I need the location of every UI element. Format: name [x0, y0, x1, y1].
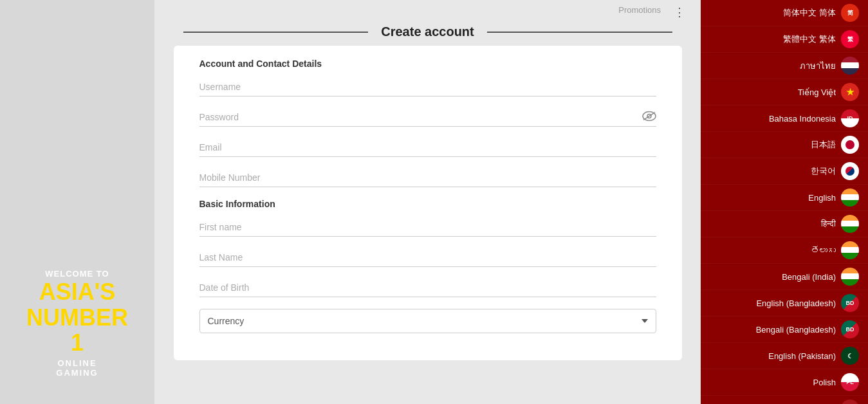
flag-en-pk: ☾ [841, 347, 859, 365]
title-line-left [183, 32, 369, 33]
lang-label-vi: Tiếng Việt [798, 87, 836, 97]
currency-select[interactable]: Currency USD EUR INR [199, 309, 656, 333]
first-name-input[interactable] [199, 218, 656, 237]
language-panel: 简体中文 简体简繁體中文 繁体繁ภาษาไทยTHTiếng Việt★Baha… [701, 0, 868, 404]
first-name-field [199, 218, 656, 237]
lang-item-hi[interactable]: हिन्दीIN [701, 211, 868, 237]
flag-zh-hans: 简 [841, 4, 859, 22]
one-label: 1 [26, 330, 128, 356]
password-input[interactable] [199, 108, 656, 127]
page-title: Create account [368, 24, 487, 39]
lang-label-pl: Polish [813, 378, 836, 387]
main-content: Promotions ⋮ Create account Account and … [154, 0, 701, 404]
currency-field: Currency USD EUR INR [199, 309, 656, 333]
flag-hi: IN [841, 215, 859, 233]
lang-item-bn-in[interactable]: Bengali (India)IN [701, 264, 868, 290]
lang-item-te[interactable]: తెలుగుIN [701, 237, 868, 264]
svg-line-2 [643, 112, 655, 120]
flag-id: ID [841, 109, 859, 127]
title-line-right [487, 32, 672, 33]
lang-item-ja[interactable]: 日本語 [701, 132, 868, 158]
flag-pl: PL [841, 373, 859, 391]
dob-field [199, 279, 656, 297]
lang-label-ja: 日本語 [811, 139, 836, 151]
lang-label-zh-tw: 繁體中文 繁体 [783, 33, 836, 45]
lang-item-vi[interactable]: Tiếng Việt★ [701, 79, 868, 106]
lang-item-zh-tw[interactable]: 繁體中文 繁体繁 [701, 26, 868, 53]
flag-ko [841, 162, 859, 180]
flag-ja [841, 136, 859, 154]
welcome-text: WELCOME TO ASIA'S NUMBER 1 ONLINEGAMING [26, 269, 128, 378]
page-title-bar: Create account [171, 24, 685, 39]
email-field [199, 138, 656, 157]
lang-item-id[interactable]: Bahasa IndonesiaID [701, 106, 868, 132]
lang-label-hi: हिन्दी [821, 219, 836, 229]
last-name-field [199, 248, 656, 267]
mobile-input[interactable] [199, 169, 656, 187]
lang-label-th: ภาษาไทย [800, 59, 836, 73]
lang-item-en-pk[interactable]: English (Pakistan)☾ [701, 343, 868, 369]
asia-label: ASIA'S [26, 279, 128, 305]
flag-vi: ★ [841, 83, 859, 101]
more-button[interactable]: ⋮ [671, 5, 688, 19]
lang-label-zh-hans: 简体中文 简体 [783, 7, 836, 19]
username-field [199, 78, 656, 96]
lang-label-bn-bd: Bengali (Bangladesh) [756, 325, 836, 335]
flag-bn-in: IN [841, 268, 859, 286]
lang-item-bn-bd[interactable]: Bengali (Bangladesh)BD [701, 317, 868, 343]
lang-item-en-bd[interactable]: English (Bangladesh)BD [701, 290, 868, 317]
lang-item-ko[interactable]: 한국어 [701, 158, 868, 185]
form-card: Account and Contact Details Basic Inform… [174, 46, 682, 360]
welcome-to-label: WELCOME TO [26, 269, 128, 279]
lang-label-en-pk: English (Pakistan) [768, 351, 836, 361]
lang-label-en-bd: English (Bangladesh) [756, 298, 836, 308]
online-gaming-label: ONLINEGAMING [26, 358, 128, 378]
lang-item-pl[interactable]: PolishPL [701, 369, 868, 396]
last-name-input[interactable] [199, 248, 656, 267]
lang-label-id: Bahasa Indonesia [769, 114, 836, 124]
flag-bn-bd: BD [841, 320, 859, 338]
flag-te: IN [841, 241, 859, 259]
left-panel: WELCOME TO ASIA'S NUMBER 1 ONLINEGAMING [0, 0, 154, 404]
section1-title: Account and Contact Details [199, 59, 656, 69]
flag-en-bd: BD [841, 294, 859, 312]
flag-es: ES [841, 399, 859, 404]
dob-input[interactable] [199, 279, 656, 297]
lang-item-es[interactable]: EspañolES [701, 396, 868, 404]
promotions-link[interactable]: Promotions [618, 5, 661, 19]
header-bar: Promotions ⋮ [154, 0, 701, 22]
lang-label-en: English [808, 193, 836, 203]
section2-title: Basic Information [199, 199, 656, 209]
lang-label-te: తెలుగు [811, 246, 836, 255]
number-label: NUMBER [26, 305, 128, 331]
flag-th: TH [841, 57, 859, 75]
lang-item-zh-hans[interactable]: 简体中文 简体简 [701, 0, 868, 26]
lang-label-ko: 한국어 [811, 165, 836, 177]
password-field [199, 108, 656, 127]
username-input[interactable] [199, 78, 656, 96]
lang-label-bn-in: Bengali (India) [782, 272, 836, 282]
flag-zh-tw: 繁 [841, 30, 859, 48]
mobile-field [199, 169, 656, 187]
lang-item-th[interactable]: ภาษาไทยTH [701, 53, 868, 79]
email-input[interactable] [199, 138, 656, 157]
flag-en: IN [841, 188, 859, 207]
password-toggle-icon[interactable] [642, 111, 656, 124]
lang-item-en[interactable]: EnglishIN [701, 185, 868, 211]
